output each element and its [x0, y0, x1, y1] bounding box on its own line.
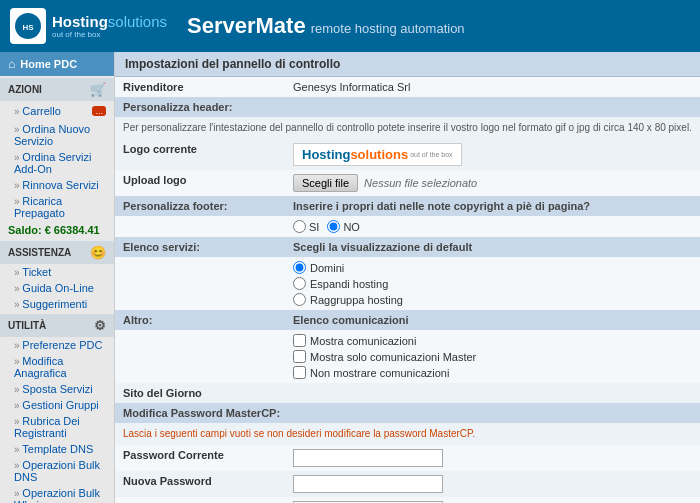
cb-non-mostrare-label[interactable]: Non mostrare comunicazioni — [293, 366, 692, 379]
layout: ⌂ Home PDC AZIONI 🛒 Carrello ... Ordina … — [0, 52, 700, 503]
sidebar-link-template-dns[interactable]: Template DNS — [0, 441, 114, 457]
footer-radio-group: SI NO — [293, 220, 692, 233]
radio-domini-label[interactable]: Domini — [293, 261, 692, 274]
cart-icon: 🛒 — [90, 82, 106, 97]
saldo-label: Saldo: — [8, 224, 42, 236]
table-row: Sito del Giorno — [115, 383, 700, 403]
settings-table: Rivenditore Genesys Informatica Srl Pers… — [115, 77, 700, 503]
password-corrente-input[interactable] — [293, 449, 443, 467]
current-logo: Hostingsolutions out of the box — [293, 143, 462, 166]
no-file-text: Nessun file selezionato — [364, 177, 477, 189]
cb-solo-master-label[interactable]: Mostra solo comunicazioni Master — [293, 350, 692, 363]
label-altro: Altro: — [115, 310, 285, 330]
logo-icon: HS — [10, 8, 46, 44]
table-row: Nuova Password — [115, 471, 700, 497]
value-personalizza-footer: Inserire i propri dati nelle note copyri… — [285, 196, 700, 216]
cb-non-mostrare-text: Non mostrare comunicazioni — [310, 367, 449, 379]
cb-solo-master[interactable] — [293, 350, 306, 363]
table-row: Ripeti la Nuova Password — [115, 497, 700, 503]
gear-icon: ⚙ — [94, 318, 106, 333]
sidebar-link-suggerimenti[interactable]: Suggerimenti — [0, 296, 114, 312]
radio-raggruppa-label[interactable]: Raggruppa hosting — [293, 293, 692, 306]
home-button[interactable]: ⌂ Home PDC — [0, 52, 114, 76]
value-rivenditore: Genesys Informatica Srl — [285, 77, 700, 97]
cb-non-mostrare[interactable] — [293, 366, 306, 379]
home-icon: ⌂ — [8, 57, 15, 71]
label-elenco-servizi: Elenco servizi: — [115, 237, 285, 257]
radio-no[interactable] — [327, 220, 340, 233]
radio-espandi-text: Espandi hosting — [310, 278, 388, 290]
sidebar-link-rubrica[interactable]: Rubrica Dei Registranti — [0, 413, 114, 441]
table-row: Per personalizzare l'intestazione del pa… — [115, 117, 700, 139]
value-logo-corrente: Hostingsolutions out of the box — [285, 139, 700, 170]
sidebar-link-rinnova[interactable]: Rinnova Servizi — [0, 177, 114, 193]
table-row: Personalizza header: — [115, 97, 700, 117]
header-info-text: Per personalizzare l'intestazione del pa… — [123, 122, 692, 133]
app-title: ServerMateremote hosting automation — [187, 13, 465, 39]
label-ripeti-password: Ripeti la Nuova Password — [115, 497, 285, 503]
azioni-label: AZIONI — [8, 84, 42, 95]
choose-file-button[interactable]: Scegli file — [293, 174, 358, 192]
table-row: SI NO — [115, 216, 700, 237]
label-nuova-password: Nuova Password — [115, 471, 285, 497]
value-upload-logo: Scegli file Nessun file selezionato — [285, 170, 700, 196]
label-personalizza-footer: Personalizza footer: — [115, 196, 285, 216]
radio-no-label[interactable]: NO — [327, 220, 360, 233]
sidebar-link-addon[interactable]: Ordina Servizi Add-On — [0, 149, 114, 177]
sidebar-link-preferenze[interactable]: Preferenze PDC — [0, 337, 114, 353]
sidebar-link-gruppi[interactable]: Gestioni Gruppi — [0, 397, 114, 413]
label-upload-logo: Upload logo — [115, 170, 285, 196]
label-logo-corrente: Logo corrente — [115, 139, 285, 170]
cb-mostra-text: Mostra comunicazioni — [310, 335, 416, 347]
nuova-password-input[interactable] — [293, 475, 443, 493]
logo-text: Hostingsolutions out of the box — [52, 13, 167, 39]
label-personalizza-header: Personalizza header: — [115, 97, 700, 117]
file-upload-area: Scegli file Nessun file selezionato — [293, 174, 692, 192]
cb-mostra[interactable] — [293, 334, 306, 347]
sidebar-link-bulk-whois[interactable]: Operazioni Bulk Whois — [0, 485, 114, 503]
sidebar-link-ticket[interactable]: Ticket — [0, 264, 114, 280]
label-modifica-password: Modifica Password MasterCP: — [115, 403, 700, 423]
cb-mostra-label[interactable]: Mostra comunicazioni — [293, 334, 692, 347]
header: HS Hostingsolutions out of the box Serve… — [0, 0, 700, 52]
home-btn-label: Home PDC — [20, 58, 77, 70]
saldo-row: Saldo: € 66384.41 — [0, 221, 114, 239]
sidebar-link-carrello[interactable]: Carrello — [14, 103, 69, 119]
radio-espandi-label[interactable]: Espandi hosting — [293, 277, 692, 290]
logo-hosting: Hostingsolutions — [302, 147, 408, 162]
radio-si-label[interactable]: SI — [293, 220, 319, 233]
cb-solo-master-text: Mostra solo comunicazioni Master — [310, 351, 476, 363]
table-row: Logo corrente Hostingsolutions out of th… — [115, 139, 700, 170]
footer-question: Inserire i propri dati nelle note copyri… — [293, 200, 590, 212]
app-subtitle: remote hosting automation — [311, 21, 465, 36]
radio-raggruppa[interactable] — [293, 293, 306, 306]
comunicazioni-group: Mostra comunicazioni Mostra solo comunic… — [293, 334, 692, 379]
radio-espandi[interactable] — [293, 277, 306, 290]
label-sito-giorno: Sito del Giorno — [115, 383, 285, 403]
table-row: Domini Espandi hosting Raggruppa hosting — [115, 257, 700, 310]
utilita-label: UTILITÀ — [8, 320, 46, 331]
sidebar-link-ricarica[interactable]: Ricarica Prepagato — [0, 193, 114, 221]
table-row: Rivenditore Genesys Informatica Srl — [115, 77, 700, 97]
table-row: Lascia i seguenti campi vuoti se non des… — [115, 423, 700, 445]
sidebar-link-guida[interactable]: Guida On-Line — [0, 280, 114, 296]
help-icon: 😊 — [90, 245, 106, 260]
svg-text:HS: HS — [22, 23, 34, 32]
sidebar-link-sposta[interactable]: Sposta Servizi — [0, 381, 114, 397]
sidebar-link-nuovo-servizio[interactable]: Ordina Nuovo Servizio — [0, 121, 114, 149]
table-row: Altro: Elenco comunicazioni — [115, 310, 700, 330]
radio-no-text: NO — [343, 221, 360, 233]
logo-area: HS Hostingsolutions out of the box — [10, 8, 167, 44]
main-content: Impostazioni del pannello di controllo R… — [115, 52, 700, 503]
table-row: Mostra comunicazioni Mostra solo comunic… — [115, 330, 700, 383]
sidebar-link-anagrafica[interactable]: Modifica Anagrafica — [0, 353, 114, 381]
carrello-row: Carrello ... — [0, 101, 114, 121]
radio-si[interactable] — [293, 220, 306, 233]
table-row: Upload logo Scegli file Nessun file sele… — [115, 170, 700, 196]
section-azioni: AZIONI 🛒 — [0, 78, 114, 101]
table-row: Elenco servizi: Scegli la visualizzazion… — [115, 237, 700, 257]
section-utilita: UTILITÀ ⚙ — [0, 314, 114, 337]
section-assistenza: ASSISTENZA 😊 — [0, 241, 114, 264]
radio-domini[interactable] — [293, 261, 306, 274]
sidebar-link-bulk-dns[interactable]: Operazioni Bulk DNS — [0, 457, 114, 485]
